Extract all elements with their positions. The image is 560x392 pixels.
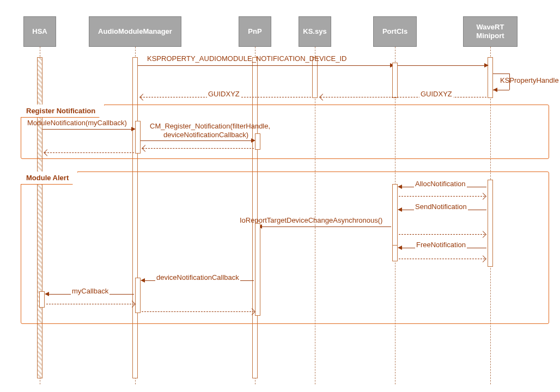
fragment-label: Register Notification <box>21 105 105 118</box>
arrow-right-icon <box>131 127 136 131</box>
message-label: SendNotification <box>414 203 468 211</box>
actor-hsa: HSA <box>23 16 56 47</box>
arrow-left-icon <box>45 292 49 296</box>
return-line <box>143 148 254 149</box>
message-label: KSPropertyHandle <box>500 76 559 84</box>
actor-wavert: WaveRT Miniport <box>463 16 518 47</box>
arrow-left-icon <box>398 185 402 189</box>
return-line <box>399 234 485 235</box>
message-label: KSPROPERTY_AUDIOMODULE_NOTIFICATION_DEVI… <box>147 54 346 63</box>
arrow-right-icon <box>484 63 489 68</box>
fragment-label: Module Alert <box>21 171 78 185</box>
arrow-left-open-icon <box>139 94 147 101</box>
activation-bar <box>135 121 141 154</box>
message-label: GUIDXYZ <box>207 90 241 98</box>
message-line <box>260 226 391 227</box>
message-label: AllocNotification <box>414 180 467 188</box>
message-line <box>493 74 509 74</box>
message-line <box>42 129 134 130</box>
actor-portcls: PortCls <box>373 16 417 47</box>
arrow-right-icon <box>251 138 255 143</box>
activation-bar <box>255 223 260 316</box>
message-label: ModuleNotification(myCallback) <box>27 119 127 127</box>
arrow-left-icon <box>398 246 402 250</box>
message-line <box>138 65 392 66</box>
arrow-left-open-icon <box>319 94 326 101</box>
return-line <box>399 196 485 197</box>
return-line <box>320 97 486 97</box>
message-label: myCallback <box>71 287 109 295</box>
message-line <box>398 65 486 66</box>
activation-bar <box>392 184 398 255</box>
return-line <box>45 152 134 153</box>
activation-bar <box>312 57 318 98</box>
arrow-left-icon <box>398 207 402 212</box>
fragment-register: Register Notification <box>21 105 549 159</box>
activation-bar <box>135 278 141 313</box>
return-line <box>399 259 485 259</box>
arrow-left-icon <box>493 88 497 92</box>
activation-bar <box>392 63 398 98</box>
arrow-left-icon <box>141 278 145 283</box>
return-line <box>46 304 134 304</box>
message-label: deviceNotificationCallback <box>155 273 240 281</box>
return-line <box>142 311 254 312</box>
activation-bar <box>488 180 493 267</box>
message-label: CM_Register_Notification(filterHandle, <box>150 122 270 130</box>
message-label: GUIDXYZ <box>419 90 453 98</box>
actor-audiomodulemanager: AudioModuleManager <box>89 16 181 47</box>
message-line <box>141 140 254 141</box>
actor-kssys: KS.sys <box>299 16 331 47</box>
actor-pnp: PnP <box>239 16 271 47</box>
activation-bar <box>255 133 260 150</box>
message-label: FreeNotification <box>415 241 467 249</box>
activation-bar <box>39 291 45 308</box>
message-label: IoReportTargetDeviceChangeAsynchronous() <box>240 216 382 224</box>
activation-bar <box>392 245 398 261</box>
message-label: deviceNotificationCallback) <box>163 131 248 139</box>
